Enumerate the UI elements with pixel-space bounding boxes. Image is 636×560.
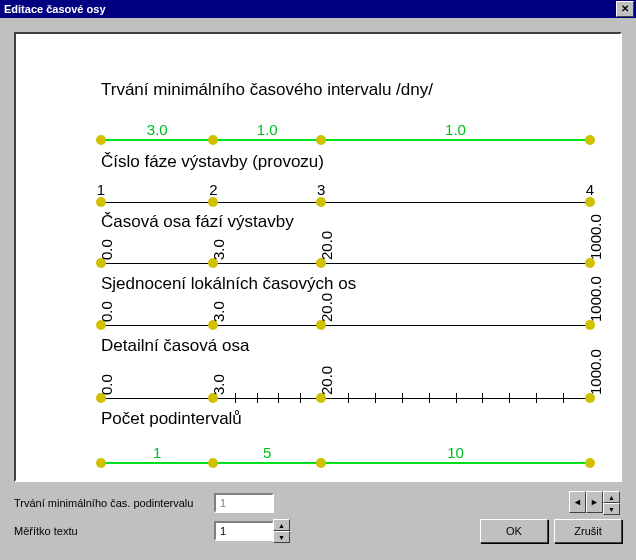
section-detail: Detailní časová osa [101, 336, 590, 356]
tick [563, 393, 564, 403]
section-phase-number: Číslo fáze výstavby (provozu) [101, 152, 590, 172]
section-subcount: Počet podintervalů [101, 409, 590, 429]
node-label: 0.0 [98, 301, 115, 322]
node-label: 4 [586, 181, 594, 198]
axis-line[interactable] [101, 325, 590, 326]
axis-node[interactable] [316, 458, 326, 468]
axis-node[interactable] [96, 135, 106, 145]
node-label: 3.0 [210, 374, 227, 395]
axis-line[interactable] [101, 139, 590, 141]
nav-arrows: ◄ ► ▲ ▼ [569, 491, 620, 515]
tick [257, 393, 258, 403]
node-label: 20.0 [318, 231, 335, 260]
text-scale-label: Měřítko textu [14, 525, 214, 537]
window-title: Editace časové osy [4, 3, 106, 15]
axis-node[interactable] [96, 458, 106, 468]
tick [509, 393, 510, 403]
axis-line[interactable] [101, 398, 590, 399]
segment-label: 1.0 [445, 121, 466, 138]
section-phase-axis: Časová osa fází výstavby [101, 212, 590, 232]
tick [456, 393, 457, 403]
axis-line[interactable] [101, 462, 590, 464]
tick [235, 393, 236, 403]
cancel-button[interactable]: Zrušit [554, 519, 622, 543]
node-label: 0.0 [98, 374, 115, 395]
axis-line[interactable] [101, 263, 590, 264]
min-subinterval-label: Trvání minimálního čas. podintervalu [14, 497, 214, 509]
axis-node[interactable] [585, 135, 595, 145]
axis-node[interactable] [208, 458, 218, 468]
axis-node[interactable] [96, 197, 106, 207]
node-label: 20.0 [318, 293, 335, 322]
text-scale-input[interactable]: 1 [214, 521, 274, 541]
segment-label: 10 [447, 444, 464, 461]
tick [536, 393, 537, 403]
arrow-right-icon[interactable]: ► [586, 491, 603, 513]
axis-node[interactable] [585, 458, 595, 468]
tick [348, 393, 349, 403]
chart-panel: Trvání minimálního časového intervalu /d… [14, 32, 622, 482]
tick [402, 393, 403, 403]
axis-node[interactable] [208, 197, 218, 207]
segment-label: 5 [263, 444, 271, 461]
stepper-up-icon[interactable]: ▲ [273, 519, 290, 531]
section-duration-days: Trvání minimálního časového intervalu /d… [101, 80, 590, 100]
axis-line[interactable] [101, 202, 590, 203]
node-label: 2 [209, 181, 217, 198]
tick [278, 393, 279, 403]
node-label: 1000.0 [587, 214, 604, 260]
arrow-up-icon[interactable]: ▲ [603, 491, 620, 503]
node-label: 1 [97, 181, 105, 198]
tick [482, 393, 483, 403]
node-label: 3.0 [210, 239, 227, 260]
axis-node[interactable] [316, 197, 326, 207]
arrow-left-icon[interactable]: ◄ [569, 491, 586, 513]
node-label: 3.0 [210, 301, 227, 322]
title-bar: Editace časové osy ✕ [0, 0, 636, 18]
tick [375, 393, 376, 403]
node-label: 1000.0 [587, 349, 604, 395]
min-subinterval-input: 1 [214, 493, 274, 513]
section-unified: Sjednocení lokálních časových os [101, 274, 590, 294]
axis-node[interactable] [208, 135, 218, 145]
tick [300, 393, 301, 403]
node-label: 1000.0 [587, 276, 604, 322]
arrow-down-icon[interactable]: ▼ [603, 503, 620, 515]
node-label: 0.0 [98, 239, 115, 260]
text-scale-stepper: ▲ ▼ [273, 519, 290, 543]
node-label: 3 [317, 181, 325, 198]
segment-label: 3.0 [147, 121, 168, 138]
segment-label: 1 [153, 444, 161, 461]
axis-node[interactable] [316, 135, 326, 145]
node-label: 20.0 [318, 366, 335, 395]
close-icon[interactable]: ✕ [616, 1, 634, 17]
tick [429, 393, 430, 403]
ok-button[interactable]: OK [480, 519, 548, 543]
segment-label: 1.0 [257, 121, 278, 138]
stepper-down-icon[interactable]: ▼ [273, 531, 290, 543]
axis-node[interactable] [585, 197, 595, 207]
